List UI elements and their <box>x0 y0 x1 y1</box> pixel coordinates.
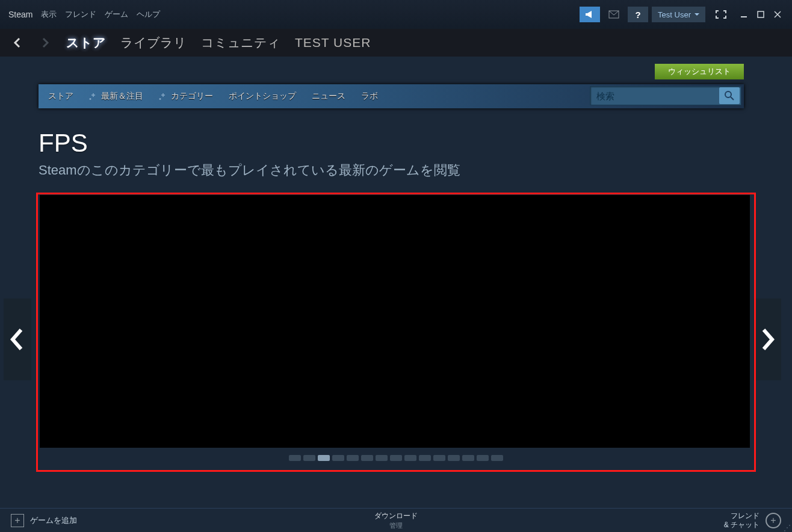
search-button[interactable] <box>719 87 740 104</box>
bottom-bar: + ゲームを追加 ダウンロード 管理 フレンド & チャット + <box>0 508 792 532</box>
pager-pill[interactable] <box>289 455 301 461</box>
storebar-categories[interactable]: カテゴリー <box>159 91 213 102</box>
titlebar: Steam 表示 フレンド ゲーム ヘルプ ? Test User <box>0 0 792 29</box>
add-game-label: ゲームを追加 <box>30 515 77 526</box>
storebar-categories-label: カテゴリー <box>171 91 213 102</box>
inbox-icon[interactable] <box>604 7 624 22</box>
pager-pill[interactable] <box>376 455 388 461</box>
storebar-points[interactable]: ポイントショップ <box>229 91 296 102</box>
friends-chat-button[interactable]: フレンド & チャット + <box>724 512 781 529</box>
sparkle-icon <box>159 92 167 101</box>
sparkle-icon <box>89 92 97 101</box>
nav-community[interactable]: コミュニティ <box>201 34 280 51</box>
help-icon[interactable]: ? <box>628 7 648 22</box>
pager-pill[interactable] <box>390 455 402 461</box>
carousel-pager <box>37 455 755 461</box>
carousel-slide[interactable] <box>40 195 750 448</box>
nav-library[interactable]: ライブラリ <box>120 34 187 51</box>
minimize-button[interactable] <box>738 8 750 20</box>
storebar-new[interactable]: 最新＆注目 <box>89 91 143 102</box>
pager-pill[interactable] <box>303 455 315 461</box>
pager-pill[interactable] <box>477 455 489 461</box>
storebar-news[interactable]: ニュース <box>312 91 345 102</box>
downloads-label: ダウンロード <box>374 511 418 521</box>
carousel-prev-button[interactable] <box>4 298 31 380</box>
nav-forward-button[interactable] <box>39 36 52 49</box>
menu-friends[interactable]: フレンド <box>65 9 96 20</box>
store-navbar: ストア 最新＆注目 カテゴリー ポイントショップ ニュース ラボ <box>39 84 744 108</box>
storebar-store[interactable]: ストア <box>48 91 73 102</box>
nav-user[interactable]: TEST USER <box>295 36 371 50</box>
pager-pill[interactable] <box>404 455 416 461</box>
pager-pill[interactable] <box>491 455 503 461</box>
add-game-button[interactable]: + ゲームを追加 <box>11 514 77 527</box>
user-menu-button[interactable]: Test User <box>652 7 705 22</box>
titlebar-right: ? Test User <box>580 7 784 22</box>
pager-pill[interactable] <box>433 455 445 461</box>
menu-view[interactable]: 表示 <box>41 9 57 20</box>
fullscreen-icon[interactable] <box>715 8 727 20</box>
downloads-button[interactable]: ダウンロード 管理 <box>374 511 418 530</box>
user-name-label: Test User <box>658 10 691 19</box>
storebar-labs[interactable]: ラボ <box>361 91 378 102</box>
app-name[interactable]: Steam <box>8 10 32 19</box>
carousel <box>37 195 755 461</box>
pager-pill[interactable] <box>347 455 359 461</box>
carousel-next-button[interactable] <box>753 298 781 380</box>
downloads-sublabel: 管理 <box>374 521 418 530</box>
add-friend-icon: + <box>766 513 781 528</box>
svg-line-4 <box>731 97 734 100</box>
window-controls <box>738 8 784 20</box>
svg-point-3 <box>725 91 731 97</box>
close-button[interactable] <box>772 8 784 20</box>
page-title: FPS <box>39 129 750 158</box>
announcements-icon[interactable] <box>580 7 600 22</box>
nav-store[interactable]: ストア <box>66 34 106 51</box>
main-nav: ストア ライブラリ コミュニティ TEST USER <box>0 29 792 57</box>
pager-pill[interactable] <box>419 455 431 461</box>
pager-pill[interactable] <box>361 455 373 461</box>
maximize-button[interactable] <box>755 8 767 20</box>
menu-games[interactable]: ゲーム <box>105 9 128 20</box>
friends-label: フレンド & チャット <box>724 512 760 529</box>
pager-pill[interactable] <box>462 455 474 461</box>
nav-back-button[interactable] <box>11 36 24 49</box>
search-box <box>590 86 741 105</box>
resize-grip[interactable]: ⋰ <box>784 524 791 531</box>
svg-rect-2 <box>758 11 764 17</box>
menu-help[interactable]: ヘルプ <box>137 9 160 20</box>
chevron-down-icon <box>695 13 699 16</box>
search-input[interactable] <box>590 91 719 101</box>
wishlist-row: ウィッシュリスト <box>39 57 744 84</box>
plus-icon: + <box>11 514 24 527</box>
pager-pill[interactable] <box>332 455 344 461</box>
pager-pill[interactable] <box>318 455 330 461</box>
page-subtitle: Steamのこのカテゴリーで最もプレイされている最新のゲームを閲覧 <box>39 161 750 179</box>
storebar-new-label: 最新＆注目 <box>101 91 143 102</box>
page-body: ウィッシュリスト ストア 最新＆注目 カテゴリー ポイントショップ ニュース ラ… <box>0 57 792 508</box>
wishlist-button[interactable]: ウィッシュリスト <box>655 64 744 79</box>
pager-pill[interactable] <box>448 455 460 461</box>
